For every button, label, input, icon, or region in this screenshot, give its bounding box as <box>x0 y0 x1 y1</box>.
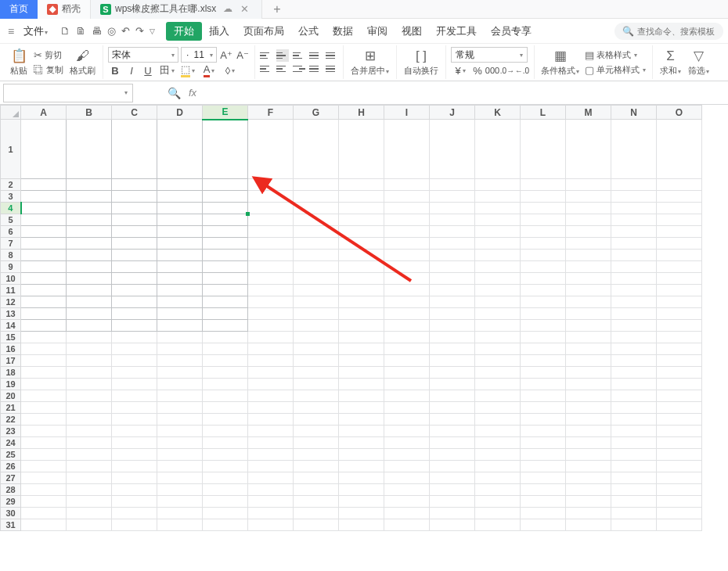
cell[interactable] <box>248 320 294 332</box>
cell[interactable] <box>248 261 294 273</box>
cell[interactable] <box>157 508 203 519</box>
cell[interactable] <box>566 120 611 179</box>
cell[interactable] <box>384 308 430 320</box>
cell[interactable] <box>657 519 702 531</box>
merge-center-button[interactable]: ⊞ 合并居中▾ <box>348 48 391 77</box>
cell[interactable] <box>112 402 157 414</box>
cell[interactable] <box>203 343 248 355</box>
cell[interactable] <box>384 426 430 437</box>
cell[interactable] <box>21 261 67 273</box>
cell[interactable] <box>248 402 294 414</box>
cell[interactable] <box>430 273 475 285</box>
cell[interactable] <box>67 332 112 343</box>
cell[interactable] <box>248 191 294 203</box>
cell[interactable] <box>521 179 566 191</box>
border-button[interactable]: 田▾ <box>157 63 176 77</box>
cell[interactable] <box>203 320 248 332</box>
cell[interactable] <box>203 214 248 226</box>
bold-button[interactable]: B <box>108 63 122 77</box>
cell[interactable] <box>475 308 521 320</box>
align-center-icon[interactable] <box>276 63 289 75</box>
cell[interactable] <box>611 343 657 355</box>
cell[interactable] <box>430 214 475 226</box>
cell[interactable] <box>521 343 566 355</box>
cell[interactable] <box>157 402 203 414</box>
cell[interactable] <box>112 390 157 402</box>
cell[interactable] <box>112 414 157 426</box>
cell[interactable] <box>475 402 521 414</box>
cell[interactable] <box>566 273 611 285</box>
col-header[interactable]: N <box>611 106 657 120</box>
cell[interactable] <box>21 472 67 484</box>
cell[interactable] <box>112 496 157 508</box>
cell[interactable] <box>384 179 430 191</box>
cell[interactable] <box>430 472 475 484</box>
cell[interactable] <box>611 461 657 472</box>
undo-icon[interactable]: ↶ <box>121 25 130 37</box>
row-header[interactable]: 7 <box>1 238 21 250</box>
cell[interactable] <box>157 250 203 261</box>
cell[interactable] <box>67 203 112 214</box>
cell[interactable] <box>112 250 157 261</box>
cell[interactable] <box>21 332 67 343</box>
cell[interactable] <box>157 343 203 355</box>
cell[interactable] <box>157 426 203 437</box>
cell[interactable] <box>384 343 430 355</box>
row-header[interactable]: 6 <box>1 226 21 238</box>
cell[interactable] <box>21 449 67 461</box>
ribbon-tab-start[interactable]: 开始 <box>166 22 202 41</box>
col-header[interactable]: C <box>112 106 157 120</box>
col-header[interactable]: O <box>657 106 702 120</box>
filter-button[interactable]: ▽ 筛选▾ <box>686 48 712 77</box>
cell[interactable] <box>67 496 112 508</box>
cell[interactable] <box>657 472 702 484</box>
cell[interactable] <box>294 367 339 379</box>
tab-file[interactable]: S wps橡皮擦工具在哪.xlsx ☁ ✕ <box>91 0 262 19</box>
cell[interactable] <box>657 332 702 343</box>
cell[interactable] <box>157 214 203 226</box>
cell[interactable] <box>657 285 702 296</box>
cell[interactable] <box>475 203 521 214</box>
table-style-button[interactable]: ▤表格样式▾ <box>583 48 647 62</box>
cell[interactable] <box>475 472 521 484</box>
cell[interactable] <box>430 343 475 355</box>
cell[interactable] <box>203 191 248 203</box>
row-header[interactable]: 3 <box>1 191 21 203</box>
cell[interactable] <box>521 484 566 496</box>
cell[interactable] <box>157 273 203 285</box>
qat-more-icon[interactable]: ▽ <box>150 27 155 35</box>
cell[interactable] <box>294 285 339 296</box>
cell[interactable] <box>611 214 657 226</box>
cell[interactable] <box>611 437 657 449</box>
cell[interactable] <box>203 449 248 461</box>
cell[interactable] <box>21 390 67 402</box>
cell[interactable] <box>21 238 67 250</box>
cell[interactable] <box>611 390 657 402</box>
font-name-select[interactable]: 宋体▾ <box>108 47 178 63</box>
cell[interactable] <box>384 367 430 379</box>
align-bottom-icon[interactable] <box>293 49 305 62</box>
cell[interactable] <box>67 414 112 426</box>
cell[interactable] <box>339 250 384 261</box>
cell[interactable] <box>611 508 657 519</box>
cell[interactable] <box>67 320 112 332</box>
cell[interactable] <box>112 179 157 191</box>
cell[interactable] <box>67 296 112 308</box>
cell[interactable] <box>339 343 384 355</box>
cell[interactable] <box>294 179 339 191</box>
cell[interactable] <box>611 203 657 214</box>
cell[interactable] <box>611 273 657 285</box>
cell[interactable] <box>384 414 430 426</box>
cell[interactable] <box>657 367 702 379</box>
cell[interactable] <box>430 250 475 261</box>
save-as-icon[interactable]: 🗎 <box>76 25 86 37</box>
cell[interactable] <box>521 285 566 296</box>
cell[interactable] <box>21 484 67 496</box>
cell[interactable] <box>657 437 702 449</box>
cell[interactable] <box>611 308 657 320</box>
cell[interactable] <box>430 261 475 273</box>
file-menu[interactable]: 文件▾ <box>20 24 51 38</box>
cell[interactable] <box>657 120 702 179</box>
cell[interactable] <box>339 426 384 437</box>
ribbon-tab-layout[interactable]: 页面布局 <box>236 19 291 43</box>
